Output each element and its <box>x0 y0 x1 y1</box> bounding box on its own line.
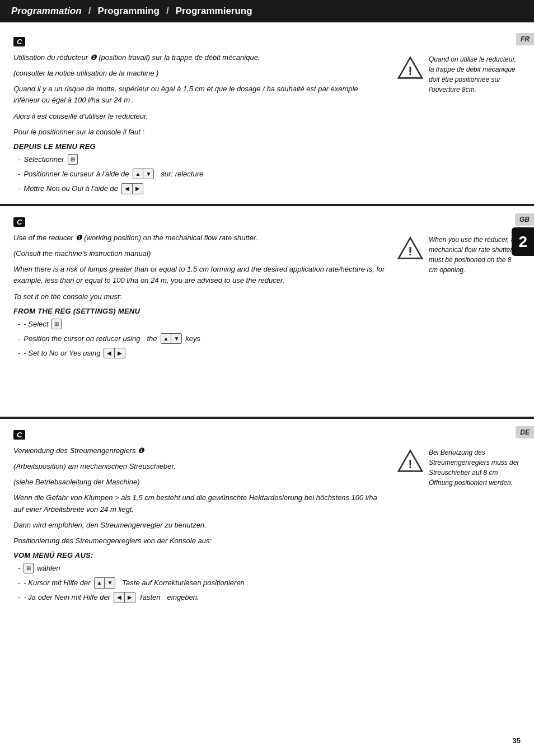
main-content: FR C Utilisation du réducteur ❶ (positio… <box>0 22 534 642</box>
fr-warning-text: Quand on utilise le réducteur, la trappe… <box>429 54 521 95</box>
header-sep2: / <box>166 6 169 17</box>
fr-text4: Alors il est conseillé d'utiliser le réd… <box>13 111 386 122</box>
fr-lr-btn: ◀ ▶ <box>121 183 143 194</box>
en-warning-icon: ! <box>397 236 423 262</box>
de-section-content: Verwendung des Streumengenreglers ❶ (Arb… <box>13 445 521 606</box>
en-text1: Use of the reducer ❶ (working position) … <box>13 232 386 244</box>
fr-reg-icon: ⊞ <box>68 154 78 165</box>
fr-menu-heading: Depuis le menu REG <box>13 142 386 151</box>
en-warning-text: When you use the reducer, the mechanical… <box>429 235 521 275</box>
svg-text:!: ! <box>408 244 412 258</box>
page-number-badge: 2 <box>512 234 534 250</box>
fr-lang-tab: FR <box>516 33 534 45</box>
fr-step-list: - Sélectionner ⊞ - Positionner le curseu… <box>18 154 386 194</box>
header-title-fr: Programmation <box>11 6 82 17</box>
page-header: Programmation / Programming / Programmie… <box>0 0 534 22</box>
fr-lang-badge: FR <box>516 35 534 43</box>
section-fr: FR C Utilisation du réducteur ❶ (positio… <box>0 26 534 205</box>
de-lang-tab: DE <box>516 426 534 438</box>
de-text2: (Arbeitsposition) am mechanischen Streus… <box>13 461 386 472</box>
de-reg-icon: ⊞ <box>24 563 34 574</box>
en-step3: - - Set to No or Yes using ◀ ▶ <box>18 348 386 359</box>
en-step2: - Position the cursor on reducer using t… <box>18 333 386 344</box>
de-menu-heading: Vom Menü REG aus: <box>13 551 386 559</box>
en-text3: When there is a risk of lumps greater th… <box>13 264 386 286</box>
de-text5: Dann wird empfohlen, den Streumengenregl… <box>13 520 386 531</box>
svg-text:!: ! <box>408 64 412 78</box>
fr-section-right: ! Quand on utilise le réducteur, la trap… <box>397 52 521 198</box>
fr-text2: (consulter la notice utilisation de la m… <box>13 68 386 79</box>
de-lang-badge: DE <box>516 428 534 436</box>
header-title-de: Programmierung <box>176 6 252 17</box>
de-step-list: - ⊞ wählen - - Kursor mit Hilfe der ▲ <box>18 563 386 603</box>
page-num-2: 2 <box>512 227 534 256</box>
de-text1: Verwendung des Streumengenreglers ❶ <box>13 445 386 456</box>
en-section-left: Use of the reducer ❶ (working position) … <box>13 232 386 362</box>
de-step3: - - Ja oder Nein mit Hilfe der ◀ ▶ Taste… <box>18 592 386 603</box>
fr-text3: Quand il y a un risque de motte, supérie… <box>13 83 386 106</box>
en-warning-box: ! When you use the reducer, the mechanic… <box>397 235 521 275</box>
page-number: 35 <box>513 736 521 745</box>
de-warning-box: ! Bei Benutzung des Streumengenreglers m… <box>397 447 521 488</box>
en-updown-btn: ▲ ▼ <box>161 333 182 344</box>
de-text4: Wenn die Gefahr von Klumpen > als 1,5 cm… <box>13 492 386 515</box>
en-section-right: ! When you use the reducer, the mechanic… <box>397 232 521 362</box>
en-step-list: - - Select ⊞ - Position the cursor on re… <box>18 319 386 359</box>
en-text2: (Consult the machine's instruction manua… <box>13 248 386 259</box>
fr-warning-icon: ! <box>397 55 423 81</box>
en-text4: To set it on the console you must: <box>13 291 386 302</box>
fr-step1: - Sélectionner ⊞ <box>18 154 386 165</box>
svg-text:!: ! <box>408 457 412 471</box>
en-section-label: C <box>13 217 25 227</box>
header-sep1: / <box>88 6 91 17</box>
en-lr-btn: ◀ ▶ <box>104 348 125 359</box>
fr-section-content: Utilisation du réducteur ❶ (position tra… <box>13 52 521 198</box>
de-section-left: Verwendung des Streumengenreglers ❶ (Arb… <box>13 445 386 606</box>
de-updown-btn: ▲ ▼ <box>94 577 116 589</box>
fr-text1: Utilisation du réducteur ❶ (position tra… <box>13 52 386 63</box>
fr-warning-box: ! Quand on utilise le réducteur, la trap… <box>397 54 521 95</box>
de-warning-text: Bei Benutzung des Streumengenreglers mus… <box>429 447 521 488</box>
gb-lang-tab: GB <box>515 213 534 226</box>
de-text3: (siehe Betriebsanleitung der Maschine) <box>13 477 386 488</box>
section-en: GB 2 C Use of the reducer ❶ (working pos… <box>0 205 534 418</box>
de-lr-btn: ◀ ▶ <box>114 592 135 603</box>
fr-updown-btn: ▲ ▼ <box>133 169 154 180</box>
fr-section-left: Utilisation du réducteur ❶ (position tra… <box>13 52 386 198</box>
fr-section-label: C <box>13 37 25 46</box>
en-step1: - - Select ⊞ <box>18 319 386 330</box>
header-title-en: Programming <box>97 6 160 17</box>
section-de: DE C Verwendung des Streumengenreglers ❶… <box>0 418 534 642</box>
fr-step2: - Positionner le curseur à l'aide de ▲ ▼… <box>18 169 386 180</box>
de-step2: - - Kursor mit Hilfe der ▲ ▼ Taste auf K… <box>18 577 386 589</box>
de-step1: - ⊞ wählen <box>18 563 386 574</box>
de-section-label: C <box>13 430 25 440</box>
fr-step3: - Mettre Non ou Oui à l'aide de ◀ ▶ <box>18 183 386 194</box>
en-menu-heading: From the REG (Settings) menu <box>13 307 386 315</box>
de-section-right: ! Bei Benutzung des Streumengenreglers m… <box>397 445 521 606</box>
de-warning-icon: ! <box>397 449 423 474</box>
fr-text5: Pour le positionner sur la console il fa… <box>13 127 386 138</box>
en-section-content: Use of the reducer ❶ (working position) … <box>13 232 521 362</box>
en-reg-icon: ⊞ <box>51 319 62 330</box>
gb-lang-badge: GB <box>515 215 534 223</box>
de-text6: Positionierung des Streumengenreglers vo… <box>13 535 386 547</box>
